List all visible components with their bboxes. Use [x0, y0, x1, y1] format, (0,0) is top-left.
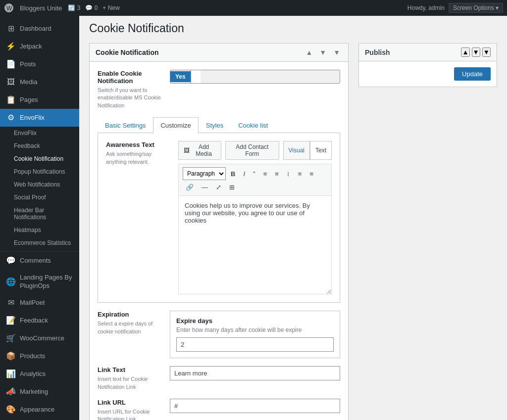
sidebar-label-marketing: Marketing [20, 388, 48, 396]
link-button[interactable]: 🔗 [183, 182, 197, 192]
link-url-desc: Insert URL for Cookie Notification Link [98, 408, 162, 420]
awareness-control: 🖼 Add Media Add Contact Form Visual [178, 141, 332, 294]
add-media-icon: 🖼 [184, 147, 190, 154]
cookie-notification-title: Cookie Notification [96, 48, 159, 56]
sidebar-sub-popup-notifications[interactable]: Popup Notifications [0, 165, 79, 178]
format-select[interactable]: Paragraph [183, 167, 226, 180]
ordered-list-button[interactable]: ≡ [272, 169, 282, 179]
sidebar-item-appearance[interactable]: 🎨 Appearance [0, 401, 79, 419]
sidebar-item-jetpack[interactable]: ⚡ Jetpack [0, 38, 79, 55]
visual-tab[interactable]: Visual [283, 141, 310, 160]
updates-icon[interactable]: 🔄 3 [68, 4, 80, 11]
blockquote-button[interactable]: " [250, 169, 258, 179]
sidebar-item-products[interactable]: 📦 Products [0, 348, 79, 366]
posts-icon: 📄 [6, 59, 16, 69]
link-text-label-area: Link Text Insert text for Cookie Notific… [98, 366, 162, 391]
align-left-button[interactable]: ⫶ [284, 169, 293, 179]
sidebar-item-landing-pages[interactable]: 🌐 Landing Pages By PluginOps [0, 270, 79, 294]
awareness-editor[interactable]: Cookies help us to improve our services.… [178, 195, 332, 294]
sidebar-sub-cookie-notification[interactable]: Cookie Notification [0, 152, 79, 165]
panel-down-button[interactable]: ▼ [317, 47, 328, 57]
panel-header-controls: ▲ ▼ ▼ [304, 47, 342, 57]
cookie-toggle[interactable]: Yes [170, 70, 340, 84]
panel-up-button[interactable]: ▲ [304, 47, 314, 57]
publish-title: Publish [365, 48, 390, 56]
svg-text:W: W [6, 5, 12, 12]
new-item-button[interactable]: + New [102, 4, 119, 11]
sidebar-label-media: Media [20, 78, 37, 87]
add-media-label: Add Media [192, 143, 216, 157]
sidebar-label-dashboard: Dashboard [20, 25, 51, 33]
bold-button[interactable]: B [228, 169, 238, 179]
italic-button[interactable]: I [240, 169, 248, 179]
sidebar-sub-social-proof[interactable]: Social Proof [0, 191, 79, 204]
update-button[interactable]: Update [454, 67, 491, 81]
enable-label: Enable Cookie Notification [98, 70, 162, 85]
more-button[interactable]: ⊞ [226, 182, 238, 192]
align-right-button[interactable]: ≡ [306, 169, 316, 179]
publish-panel-body: Update [359, 61, 497, 87]
awareness-desc: Ask something/say anything relevant. [106, 150, 170, 166]
enable-label-area: Enable Cookie Notification Switch if you… [98, 70, 162, 109]
sidebar-item-marketing[interactable]: 📣 Marketing [0, 383, 79, 401]
awareness-label-area: Awareness Text Ask something/say anythin… [106, 141, 170, 294]
add-media-button[interactable]: 🖼 Add Media [178, 141, 221, 160]
link-url-control [170, 399, 340, 420]
toggle-slider [191, 70, 201, 84]
publish-toggle-button[interactable]: ▼ [482, 47, 491, 57]
sidebar-item-analytics[interactable]: 📊 Analytics [0, 366, 79, 383]
sidebar-sub-feedback[interactable]: Feedback [0, 140, 79, 152]
awareness-label: Awareness Text [106, 141, 170, 148]
tab-basic-settings[interactable]: Basic Settings [98, 117, 153, 133]
feedback-icon: 📝 [6, 316, 16, 326]
envoflix-icon: ⚙ [6, 113, 16, 123]
cookie-notification-panel: Cookie Notification ▲ ▼ ▼ Enable Cookie … [89, 43, 349, 420]
sidebar-item-comments[interactable]: 💬 Comments [0, 251, 79, 270]
sidebar-label-products: Products [20, 352, 45, 361]
unordered-list-button[interactable]: ≡ [260, 169, 270, 179]
screen-options-button[interactable]: Screen Options ▾ [449, 3, 503, 13]
sidebar-item-pages[interactable]: 📋 Pages [0, 91, 79, 109]
sidebar-sub-ecommerce-stats[interactable]: Ecommerce Statistics [0, 236, 79, 249]
comments-icon[interactable]: 💬 0 [85, 4, 98, 11]
link-text-control [170, 366, 340, 391]
analytics-icon: 📊 [6, 370, 16, 379]
add-contact-form-button[interactable]: Add Contact Form [225, 141, 279, 160]
cookie-notification-panel-body: Enable Cookie Notification Switch if you… [90, 62, 348, 420]
page-title: Cookie Notification [89, 22, 497, 35]
expiration-control: Expire days Enter how many days after co… [170, 311, 340, 358]
publish-up-button[interactable]: ▲ [461, 47, 469, 57]
align-center-button[interactable]: ≡ [295, 169, 305, 179]
sidebar-label-woocommerce: WooCommerce [20, 334, 64, 343]
tab-cookie-list[interactable]: Cookie list [231, 117, 275, 133]
link-url-label-area: Link URL Insert URL for Cookie Notificat… [98, 399, 162, 420]
sidebar-sub-web-notifications[interactable]: Web Notifications [0, 178, 79, 191]
expiration-label-area: Expiration Select a expire days of cooki… [98, 311, 162, 358]
text-tab[interactable]: Text [310, 141, 332, 160]
sidebar-sub-header-bar[interactable]: Header Bar Notifications [0, 204, 79, 224]
sidebar-item-dashboard[interactable]: ⊞ Dashboard [0, 20, 79, 38]
panel-close-button[interactable]: ▼ [331, 47, 342, 57]
fullscreen-button[interactable]: ⤢ [213, 182, 224, 192]
link-text-row: Link Text Insert text for Cookie Notific… [98, 366, 340, 391]
tab-customize[interactable]: Customize [153, 117, 198, 133]
sidebar-label-envoflix: EnvoFlix [20, 114, 45, 122]
publish-down-button[interactable]: ▼ [472, 47, 480, 57]
sidebar-item-mailpoet[interactable]: ✉ MailPoet [0, 294, 79, 312]
sidebar-item-woocommerce[interactable]: 🛒 WooCommerce [0, 330, 79, 348]
sidebar-item-posts[interactable]: 📄 Posts [0, 55, 79, 73]
link-url-label: Link URL [98, 399, 162, 406]
link-url-input[interactable] [170, 399, 340, 413]
expire-days-input[interactable] [176, 337, 334, 352]
sidebar-sub-envoflix[interactable]: EnvoFlix [0, 127, 79, 140]
tab-styles[interactable]: Styles [199, 117, 231, 133]
sidebar-item-feedback[interactable]: 📝 Feedback [0, 312, 79, 330]
sidebar-item-media[interactable]: 🖼 Media [0, 73, 79, 91]
hr-button[interactable]: — [199, 182, 211, 192]
enable-control: Yes [170, 70, 340, 109]
sidebar-item-envoflix[interactable]: ⚙ EnvoFlix [0, 109, 79, 127]
link-text-input[interactable] [170, 366, 340, 380]
sidebar-sub-heatmaps[interactable]: Heatmaps [0, 224, 79, 236]
comments-icon: 💬 [6, 256, 16, 266]
main-content: Cookie Notification Cookie Notification … [79, 16, 507, 420]
